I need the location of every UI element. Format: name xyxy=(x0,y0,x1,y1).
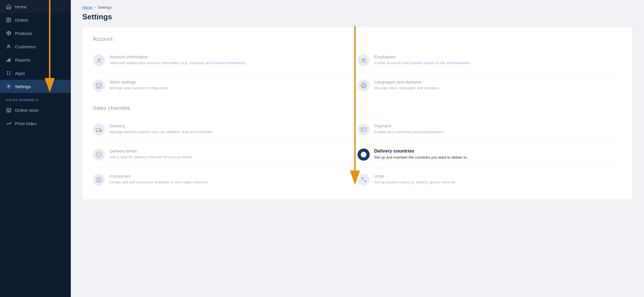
sidebar-item-orders[interactable]: Orders xyxy=(0,13,71,27)
svg-point-12 xyxy=(100,58,101,60)
price-icon xyxy=(6,120,12,126)
sidebar-item-reports[interactable]: Reports xyxy=(0,53,71,66)
store-settings-desc: Manage your website configuration. xyxy=(110,86,353,91)
products-icon xyxy=(6,30,12,36)
settings-icon xyxy=(6,83,12,89)
svg-rect-20 xyxy=(361,128,366,131)
sales-channels-section-title: Sales channels xyxy=(93,105,622,111)
sidebar-item-price-index-label: Price index xyxy=(15,121,36,126)
languages-domains-desc: Manage sites, languages and domains. xyxy=(374,86,618,91)
svg-point-6 xyxy=(9,71,10,73)
payment-icon-wrap xyxy=(358,123,370,135)
sidebar-item-online-store[interactable]: Online store xyxy=(0,103,71,117)
currencies-item[interactable]: Currencies Create and edit currencies av… xyxy=(93,168,358,191)
store-settings-title: Store settings xyxy=(110,79,353,84)
svg-point-5 xyxy=(7,71,8,73)
account-grid: Account information View and update your… xyxy=(93,49,622,97)
payment-text: Payment Enable and customize payment pro… xyxy=(374,123,618,135)
payment-title: Payment xyxy=(374,123,618,128)
page-title: Settings xyxy=(71,11,644,27)
account-section-title: Account xyxy=(93,36,622,42)
svg-point-1 xyxy=(8,45,10,47)
sc-divider-1 xyxy=(93,142,622,142)
delivery-countries-title: Delivery countries xyxy=(374,148,618,154)
svg-point-8 xyxy=(9,74,10,75)
sidebar-item-customers[interactable]: Customers xyxy=(0,40,71,53)
svg-point-19 xyxy=(100,131,101,132)
customers-icon xyxy=(6,44,12,49)
svg-rect-21 xyxy=(362,130,363,130)
breadcrumb-sep: > xyxy=(94,5,97,10)
sidebar-item-home-label: Home xyxy=(15,4,27,9)
reports-icon xyxy=(6,57,12,63)
svg-rect-17 xyxy=(96,128,100,131)
store-settings-icon-wrap xyxy=(93,79,105,92)
employees-item[interactable]: Employees Create accounts that provide a… xyxy=(358,49,622,72)
sidebar-item-products-label: Products xyxy=(15,31,32,36)
delivery-times-title: Delivery times xyxy=(110,148,353,153)
delivery-times-item[interactable]: Delivery times Add a specific delivery t… xyxy=(93,143,358,166)
account-information-desc: View and update your account information… xyxy=(110,60,353,66)
sidebar-item-apps[interactable]: Apps xyxy=(0,66,71,80)
svg-rect-3 xyxy=(8,59,9,62)
delivery-icon-wrap xyxy=(93,123,105,135)
account-information-text: Account information View and update your… xyxy=(110,54,353,66)
store-settings-text: Store settings Manage your website confi… xyxy=(110,79,353,91)
delivery-times-icon-wrap xyxy=(93,148,105,161)
sidebar-item-price-index[interactable]: Price index xyxy=(0,117,71,130)
svg-point-11 xyxy=(98,59,100,60)
currencies-desc: Create and edit currencies available in … xyxy=(110,180,353,185)
sidebar: Home Orders Products Customers Reports A… xyxy=(0,0,71,297)
apps-icon xyxy=(6,70,12,76)
delivery-times-desc: Add a specific delivery time text for yo… xyxy=(110,155,353,160)
employees-desc: Create accounts that provide access to t… xyxy=(374,60,618,66)
sales-channels-label: SALES CHANNELS xyxy=(0,93,71,103)
svg-point-13 xyxy=(362,59,364,60)
account-information-item[interactable]: Account information View and update your… xyxy=(93,49,358,72)
breadcrumb-current: Settings xyxy=(98,5,112,10)
settings-card: Account Account information View and upd… xyxy=(82,27,632,200)
orders-icon xyxy=(6,17,12,23)
main-content: Home > Settings Settings Account Account… xyxy=(71,0,644,297)
sidebar-item-settings-label: Settings xyxy=(15,84,31,89)
payment-item[interactable]: Payment Enable and customize payment pro… xyxy=(358,118,622,141)
sidebar-item-products[interactable]: Products xyxy=(0,27,71,40)
store-settings-item[interactable]: Store settings Manage your website confi… xyxy=(93,74,358,97)
delivery-desc: Manage delivery options such as methods,… xyxy=(110,129,353,135)
sidebar-item-customers-label: Customers xyxy=(15,44,36,49)
svg-point-18 xyxy=(97,131,98,132)
svg-rect-4 xyxy=(10,58,10,62)
units-title: Units xyxy=(374,174,618,179)
account-information-icon-wrap xyxy=(93,54,105,66)
units-text: Units Set up product units e.g. meters, … xyxy=(374,174,618,185)
languages-domains-item[interactable]: Languages and domains Manage sites, lang… xyxy=(358,74,622,97)
sidebar-item-apps-label: Apps xyxy=(15,71,25,76)
languages-domains-title: Languages and domains xyxy=(374,79,618,84)
delivery-countries-item[interactable]: Delivery countries Set up and maintain t… xyxy=(358,143,622,166)
svg-point-9 xyxy=(8,86,10,87)
sidebar-item-home[interactable]: Home xyxy=(0,0,71,13)
sales-channels-grid: Delivery Manage delivery options such as… xyxy=(93,118,622,191)
payment-desc: Enable and customize payment providers. xyxy=(374,129,618,135)
units-item[interactable]: Units Set up product units e.g. meters, … xyxy=(358,168,622,191)
home-icon xyxy=(6,4,12,10)
svg-point-7 xyxy=(7,74,8,75)
currencies-title: Currencies xyxy=(110,174,353,179)
languages-domains-text: Languages and domains Manage sites, lang… xyxy=(374,79,618,91)
svg-rect-2 xyxy=(7,60,8,62)
breadcrumb-home[interactable]: Home xyxy=(82,5,92,10)
delivery-title: Delivery xyxy=(110,123,353,128)
sidebar-item-online-store-label: Online store xyxy=(15,108,38,113)
employees-title: Employees xyxy=(374,54,618,59)
employees-text: Employees Create accounts that provide a… xyxy=(374,54,618,66)
currencies-text: Currencies Create and edit currencies av… xyxy=(110,174,353,185)
delivery-countries-text: Delivery countries Set up and maintain t… xyxy=(374,148,618,160)
delivery-item[interactable]: Delivery Manage delivery options such as… xyxy=(93,118,358,141)
store-icon xyxy=(6,107,12,113)
sidebar-item-settings[interactable]: Settings xyxy=(0,80,71,93)
account-information-title: Account information xyxy=(110,54,353,59)
breadcrumb: Home > Settings xyxy=(71,0,644,11)
delivery-text: Delivery Manage delivery options such as… xyxy=(110,123,353,135)
sc-divider-2 xyxy=(93,167,622,167)
sidebar-item-reports-label: Reports xyxy=(15,57,30,62)
